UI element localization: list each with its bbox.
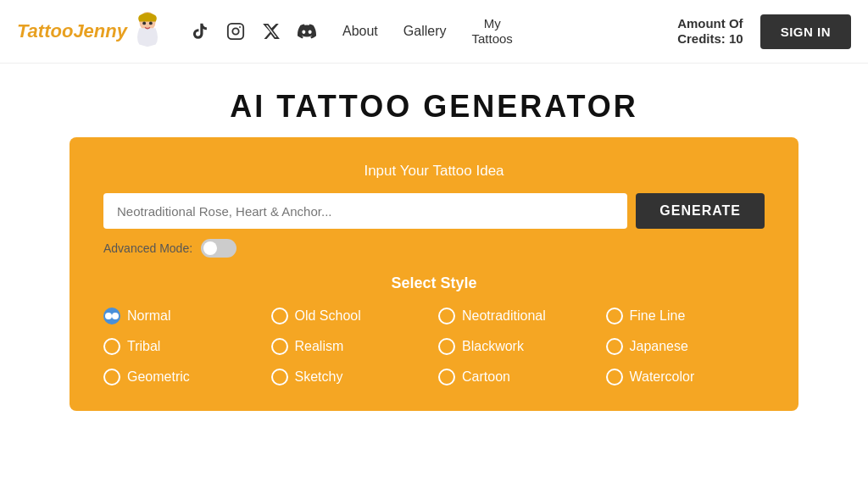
style-option-geometric[interactable]: Geometric	[103, 369, 263, 385]
style-option-watercolor[interactable]: Watercolor	[606, 369, 765, 385]
radio-neotraditional[interactable]	[438, 308, 455, 324]
radio-realism[interactable]	[271, 338, 288, 355]
logo-text[interactable]: TattooJenny	[17, 20, 127, 42]
radio-sketchy[interactable]	[271, 369, 288, 385]
advanced-mode-label: Advanced Mode:	[103, 241, 192, 255]
nav: About Gallery MyTattoos	[342, 16, 677, 47]
logo-avatar-icon	[131, 10, 164, 53]
header: TattooJenny	[0, 0, 868, 64]
style-label-japanese: Japanese	[630, 339, 688, 354]
main: AI TATTOO GENERATOR Input Your Tattoo Id…	[0, 64, 868, 411]
style-label-cartoon: Cartoon	[462, 369, 510, 385]
instagram-icon[interactable]	[225, 21, 246, 42]
svg-point-4	[232, 28, 238, 34]
style-label-normal: Normal	[127, 308, 171, 324]
style-label-neotraditional: Neotraditional	[462, 308, 546, 324]
style-label-fine-line: Fine Line	[630, 308, 686, 324]
credits-badge: Amount OfCredits: 10	[677, 16, 743, 47]
style-option-sketchy[interactable]: Sketchy	[271, 369, 431, 385]
generator-panel: Input Your Tattoo Idea GENERATE Advanced…	[70, 137, 798, 411]
style-option-fine-line[interactable]: Fine Line	[606, 308, 765, 324]
style-label-geometric: Geometric	[127, 369, 190, 385]
tattoo-input[interactable]	[103, 193, 627, 229]
radio-old-school[interactable]	[271, 308, 288, 324]
style-option-old-school[interactable]: Old School	[271, 308, 431, 324]
input-label: Input Your Tattoo Idea	[103, 163, 765, 180]
style-option-neotraditional[interactable]: Neotraditional	[438, 308, 598, 324]
style-label-sketchy: Sketchy	[295, 369, 343, 385]
logo-area: TattooJenny	[17, 10, 164, 53]
style-option-normal[interactable]: Normal	[103, 308, 263, 324]
style-option-japanese[interactable]: Japanese	[606, 338, 765, 355]
style-label-realism: Realism	[295, 339, 344, 354]
radio-japanese[interactable]	[606, 338, 623, 355]
my-tattoos-link[interactable]: MyTattoos	[471, 16, 512, 47]
discord-icon[interactable]	[297, 21, 317, 42]
radio-tribal[interactable]	[103, 338, 120, 355]
style-label-tribal: Tribal	[127, 339, 160, 354]
sign-in-button[interactable]: SIGN IN	[760, 14, 851, 49]
style-label-watercolor: Watercolor	[630, 369, 695, 385]
radio-geometric[interactable]	[103, 369, 120, 385]
radio-fine-line[interactable]	[606, 308, 623, 324]
style-option-blackwork[interactable]: Blackwork	[438, 338, 598, 355]
tiktok-icon[interactable]	[190, 21, 210, 42]
style-option-tribal[interactable]: Tribal	[103, 338, 263, 355]
gallery-link[interactable]: Gallery	[403, 24, 447, 39]
generate-button[interactable]: GENERATE	[636, 193, 765, 229]
style-option-cartoon[interactable]: Cartoon	[438, 369, 598, 385]
input-row: GENERATE	[103, 193, 765, 229]
twitter-icon[interactable]	[261, 21, 281, 42]
style-label-old-school: Old School	[295, 308, 361, 324]
radio-normal[interactable]	[103, 308, 120, 324]
advanced-mode-row: Advanced Mode:	[103, 239, 765, 258]
radio-blackwork[interactable]	[438, 338, 455, 355]
advanced-mode-toggle[interactable]	[201, 239, 236, 258]
svg-point-5	[239, 26, 241, 28]
page-title: AI TATTOO GENERATOR	[0, 64, 868, 137]
radio-watercolor[interactable]	[606, 369, 623, 385]
about-link[interactable]: About	[342, 24, 378, 39]
svg-point-1	[142, 21, 146, 25]
style-grid: Normal Old School Neotraditional Fine Li…	[103, 308, 765, 385]
svg-point-2	[149, 21, 153, 25]
svg-rect-3	[228, 24, 243, 39]
style-section-label: Select Style	[103, 274, 765, 292]
radio-cartoon[interactable]	[438, 369, 455, 385]
style-label-blackwork: Blackwork	[462, 339, 524, 354]
social-icons	[190, 21, 317, 42]
style-option-realism[interactable]: Realism	[271, 338, 431, 355]
